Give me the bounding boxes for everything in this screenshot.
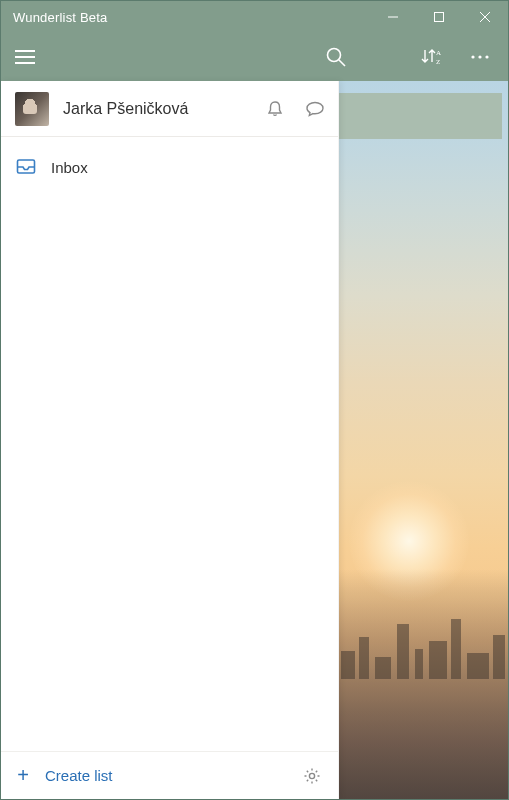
- window-title: Wunderlist Beta: [1, 10, 370, 25]
- create-list-label: Create list: [45, 767, 113, 784]
- list-item-label: Inbox: [51, 159, 88, 176]
- content-area: [339, 81, 508, 799]
- plus-icon: +: [13, 764, 33, 787]
- svg-rect-1: [435, 13, 444, 22]
- profile-actions: [260, 94, 330, 124]
- title-bar: Wunderlist Beta: [1, 1, 508, 33]
- app-window: Wunderlist Beta: [0, 0, 509, 800]
- bell-icon: [266, 100, 284, 118]
- svg-point-7: [328, 49, 341, 62]
- close-icon: [480, 12, 490, 22]
- sort-az-icon: A Z: [421, 48, 443, 66]
- notifications-button[interactable]: [260, 94, 290, 124]
- inbox-icon: [15, 156, 37, 178]
- sort-button[interactable]: A Z: [408, 33, 456, 81]
- more-icon: [470, 47, 490, 67]
- command-bar: A Z: [1, 33, 508, 81]
- conversations-button[interactable]: [300, 94, 330, 124]
- hamburger-button[interactable]: [1, 33, 49, 81]
- sidebar-footer: + Create list: [1, 751, 338, 799]
- svg-point-13: [485, 55, 488, 58]
- svg-point-11: [471, 55, 474, 58]
- svg-point-15: [309, 773, 314, 778]
- close-button[interactable]: [462, 1, 508, 33]
- svg-point-12: [478, 55, 481, 58]
- background-city: [339, 569, 508, 799]
- maximize-button[interactable]: [416, 1, 462, 33]
- window-controls: [370, 1, 508, 33]
- svg-text:Z: Z: [436, 58, 440, 66]
- create-list-button[interactable]: + Create list: [13, 764, 298, 787]
- svg-line-8: [339, 60, 345, 66]
- gear-icon: [303, 767, 321, 785]
- hamburger-icon: [15, 50, 35, 64]
- background-skyline: [339, 609, 508, 679]
- sidebar: Jarka Pšeničková: [1, 81, 339, 799]
- profile-row[interactable]: Jarka Pšeničková: [1, 81, 338, 137]
- app-body: Jarka Pšeničková: [1, 81, 508, 799]
- search-button[interactable]: [312, 33, 360, 81]
- minimize-button[interactable]: [370, 1, 416, 33]
- maximize-icon: [434, 12, 444, 22]
- list-item-inbox[interactable]: Inbox: [1, 145, 338, 189]
- search-icon: [326, 47, 346, 67]
- avatar: [15, 92, 49, 126]
- add-task-strip[interactable]: [339, 93, 502, 139]
- settings-button[interactable]: [298, 762, 326, 790]
- lists-container: Inbox: [1, 137, 338, 751]
- profile-name: Jarka Pšeničková: [63, 100, 260, 118]
- chat-icon: [305, 100, 325, 118]
- minimize-icon: [388, 12, 398, 22]
- more-button[interactable]: [456, 33, 504, 81]
- svg-text:A: A: [436, 49, 441, 57]
